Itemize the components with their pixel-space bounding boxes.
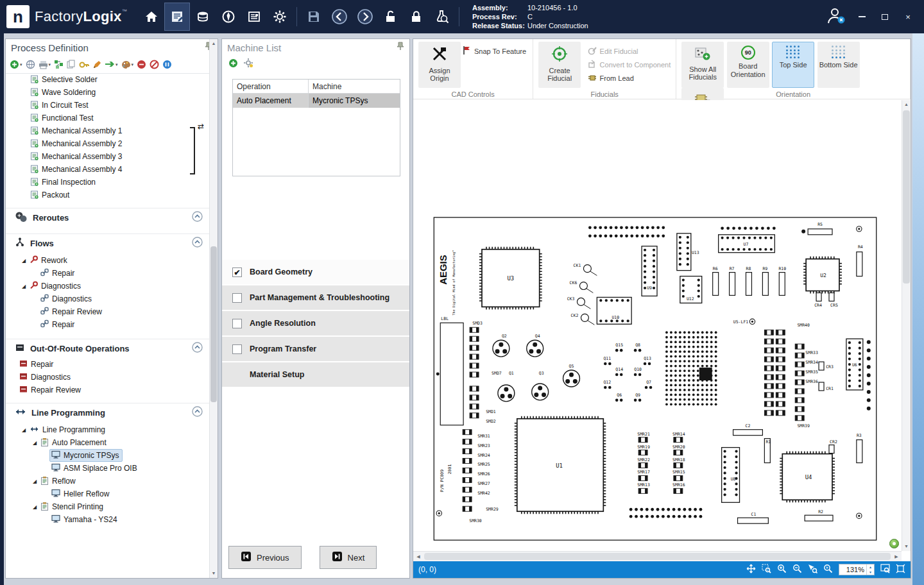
add-machine-icon[interactable] — [228, 58, 238, 71]
edit-fiducial-button[interactable]: Edit Fiducial — [588, 44, 671, 58]
materials-icon[interactable] — [190, 3, 216, 31]
audit-search-icon[interactable] — [429, 3, 455, 31]
top-side-button[interactable]: Top Side — [772, 42, 814, 88]
navigator-icon[interactable] — [216, 3, 241, 31]
step-program-transfer[interactable]: Program Transfer — [222, 337, 409, 362]
zoom-fit-icon[interactable] — [880, 564, 890, 575]
scroll-up-arrow[interactable]: ▲ — [212, 39, 216, 48]
pan-icon[interactable] — [746, 564, 756, 575]
section-line-programming[interactable]: Line Programming — [6, 403, 209, 422]
block-operation-icon[interactable] — [150, 60, 159, 69]
tree-item-repair[interactable]: Repair — [16, 318, 209, 331]
transfer-icon[interactable]: ▾ — [105, 60, 118, 69]
expander-icon[interactable]: ◢ — [31, 440, 38, 446]
process-definition-scrollbar[interactable]: ▲ ▼ — [209, 39, 218, 578]
section-reroutes[interactable]: Reroutes — [6, 208, 209, 227]
step-material-setup[interactable]: Material Setup — [222, 362, 409, 388]
news-icon[interactable] — [241, 3, 267, 31]
zoom-dynamic-icon[interactable] — [823, 564, 833, 575]
expander-icon[interactable]: ◢ — [20, 258, 28, 264]
minimize-button[interactable] — [855, 11, 869, 22]
step-angle-resolution[interactable]: Angle Resolution — [222, 311, 409, 337]
back-icon[interactable] — [327, 3, 352, 31]
expander-icon[interactable]: ◢ — [20, 284, 28, 289]
machine-settings-icon[interactable] — [243, 58, 253, 71]
process-editor-icon[interactable] — [164, 3, 190, 31]
machine-row-mycronic-tpsys[interactable]: Auto PlacementMycronic TPSys — [233, 94, 400, 108]
scrollbar-track[interactable] — [902, 109, 911, 542]
zoom-in-icon[interactable] — [777, 564, 787, 575]
sign-off-icon[interactable] — [92, 60, 101, 69]
expander-icon[interactable]: ◢ — [20, 427, 28, 433]
settings-gear-icon[interactable] — [267, 3, 293, 31]
convert-to-component-button[interactable]: Convert to Component — [588, 58, 671, 71]
collapse-button[interactable] — [192, 406, 203, 420]
zoom-selection-icon[interactable] — [808, 564, 817, 575]
tree-item-heller-reflow[interactable]: Heller Reflow — [16, 488, 209, 500]
zoom-spin-buttons[interactable]: ▲▼ — [866, 564, 874, 575]
section-flows[interactable]: Flows — [6, 233, 209, 253]
copy-icon[interactable] — [67, 60, 76, 69]
scrollbar-track[interactable] — [210, 48, 218, 569]
scrollbar-track[interactable] — [424, 552, 891, 561]
tree-item-diagnostics[interactable]: Diagnostics — [6, 371, 209, 384]
create-fiducial-button[interactable]: Create Fiducial — [538, 42, 581, 88]
tree-item-stencil-printing[interactable]: ◢Stencil Printing — [16, 500, 209, 513]
zoom-level-spinner[interactable]: 131% ▲▼ — [839, 564, 875, 575]
link-operations-icon[interactable] — [26, 60, 35, 69]
add-operation-icon[interactable]: ▾ — [10, 60, 22, 69]
snap-to-feature-toggle[interactable]: Snap To Feature — [462, 44, 526, 58]
canvas-vertical-scrollbar[interactable]: ▲ ▼ — [902, 100, 911, 551]
scrollbar-thumb[interactable] — [903, 110, 910, 284]
scroll-right-arrow[interactable]: ▶ — [891, 554, 902, 559]
user-logout-icon[interactable] — [826, 7, 846, 27]
step-checkbox[interactable] — [232, 293, 242, 303]
pin-icon[interactable] — [397, 42, 404, 53]
scroll-down-arrow[interactable]: ▼ — [212, 569, 216, 578]
save-icon[interactable] — [301, 3, 327, 31]
scrollbar-thumb[interactable] — [424, 553, 891, 560]
zoom-extents-button[interactable] — [889, 539, 899, 548]
home-icon[interactable] — [139, 3, 164, 31]
pcb-drawing[interactable]: AEGISThe Digital Mind of Manufacturing™U… — [413, 205, 901, 551]
previous-button[interactable]: Previous — [228, 546, 302, 569]
zoom-window-icon[interactable] — [762, 564, 771, 575]
assign-origin-button[interactable]: Assign Origin — [418, 42, 461, 88]
tree-item-mechanical-assembly-2[interactable]: Mechanical Assembly 2 — [6, 137, 209, 150]
expander-icon[interactable]: ◢ — [31, 504, 38, 510]
collapse-button[interactable] — [192, 211, 203, 225]
tree-item-repair-review[interactable]: Repair Review — [6, 384, 209, 396]
from-lead-button[interactable]: From Lead — [588, 71, 671, 85]
tree-item-wave-soldering[interactable]: Wave Soldering — [6, 86, 209, 99]
maximize-button[interactable] — [878, 11, 892, 22]
step-checkbox[interactable]: ✔ — [232, 267, 242, 277]
next-button[interactable]: Next — [320, 546, 377, 569]
tree-item-auto-placement[interactable]: ◢Auto Placement — [16, 436, 209, 449]
scroll-up-arrow[interactable]: ▲ — [904, 100, 909, 109]
tree-item-line-programming[interactable]: ◢Line Programming — [16, 423, 209, 436]
palette-icon[interactable]: ▾ — [121, 60, 134, 69]
close-button[interactable]: × — [901, 11, 915, 22]
canvas-horizontal-scrollbar[interactable]: ◀ ▶ — [413, 551, 902, 561]
tree-item-mechanical-assembly-4[interactable]: Mechanical Assembly 4 — [6, 163, 209, 176]
tree-item-final-inspection[interactable]: Final Inspection — [6, 176, 209, 189]
forward-icon[interactable] — [352, 3, 378, 31]
scrollbar-thumb[interactable] — [210, 246, 217, 403]
tree-item-packout[interactable]: Packout — [6, 189, 209, 201]
bottom-side-button[interactable]: Bottom Side — [817, 42, 860, 88]
print-icon[interactable]: ▾ — [38, 60, 51, 69]
tree-item-asm-siplace-pro-oib[interactable]: ASM Siplace Pro OIB — [16, 462, 209, 475]
tree-item-mycronic-tpsys[interactable]: Mycronic TPSys — [16, 449, 209, 462]
collapse-button[interactable] — [192, 237, 203, 250]
tree-item-reflow[interactable]: ◢Reflow — [16, 475, 209, 488]
tree-item-selective-solder[interactable]: Selective Solder — [6, 75, 209, 86]
cad-canvas[interactable]: AEGISThe Digital Mind of Manufacturing™U… — [413, 100, 902, 551]
tree-item-repair[interactable]: Repair — [16, 267, 209, 280]
board-orientation-button[interactable]: 90 Board Orientation — [727, 42, 769, 88]
tree-item-repair[interactable]: Repair — [6, 358, 209, 371]
tree-item-functional-test[interactable]: Functional Test — [6, 112, 209, 124]
tree-item-in-circuit-test[interactable]: In Circuit Test — [6, 99, 209, 112]
hold-icon[interactable] — [162, 60, 172, 69]
tree-item-diagnostics[interactable]: ◢Diagnostics — [16, 280, 209, 292]
section-out-of-route[interactable]: Out-Of-Route Operations — [6, 339, 209, 358]
